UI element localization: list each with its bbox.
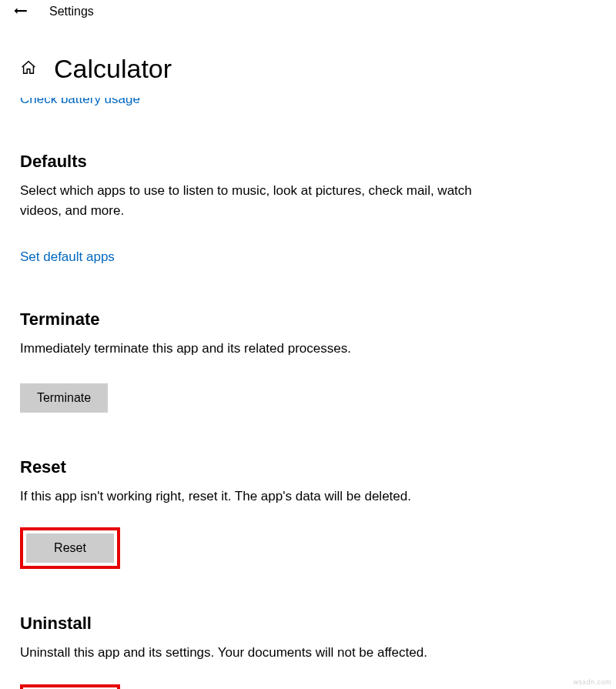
defaults-description: Select which apps to use to listen to mu… — [20, 181, 482, 220]
terminate-heading: Terminate — [20, 309, 616, 329]
terminate-button[interactable]: Terminate — [20, 383, 108, 413]
uninstall-section: Uninstall Uninstall this app and its set… — [20, 614, 616, 689]
defaults-heading: Defaults — [20, 152, 616, 172]
uninstall-description: Uninstall this app and its settings. You… — [20, 643, 482, 663]
titlebar: 🠔 Settings — [0, 0, 616, 23]
back-arrow-icon[interactable]: 🠔 — [14, 5, 28, 18]
uninstall-highlight: Uninstall — [20, 684, 120, 690]
page-header: Calculator — [0, 23, 616, 84]
uninstall-heading: Uninstall — [20, 614, 616, 634]
reset-section: Reset If this app isn't working right, r… — [20, 457, 616, 570]
terminate-description: Immediately terminate this app and its r… — [20, 339, 482, 359]
content-area: Check battery usage Defaults Select whic… — [0, 84, 616, 689]
reset-button[interactable]: Reset — [26, 533, 114, 563]
reset-highlight: Reset — [20, 527, 120, 569]
titlebar-title: Settings — [49, 5, 94, 18]
reset-description: If this app isn't working right, reset i… — [20, 487, 482, 507]
page-title: Calculator — [54, 54, 172, 84]
terminate-section: Terminate Immediately terminate this app… — [20, 309, 616, 413]
home-icon[interactable] — [20, 59, 37, 79]
watermark: wsxdn.com — [573, 678, 611, 686]
reset-heading: Reset — [20, 457, 616, 477]
battery-usage-link[interactable]: Check battery usage — [20, 92, 616, 107]
set-default-apps-link[interactable]: Set default apps — [20, 249, 115, 265]
defaults-section: Defaults Select which apps to use to lis… — [20, 152, 616, 265]
